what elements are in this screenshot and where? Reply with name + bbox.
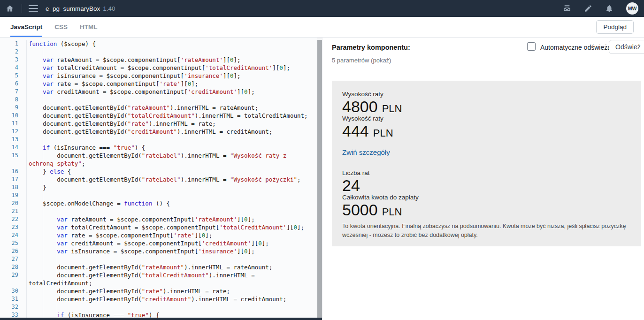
indent-guide	[43, 183, 43, 191]
tab-css[interactable]: CSS	[54, 17, 68, 37]
code-row: 29 document.getElementById("totalCreditA…	[0, 271, 317, 279]
indent-guide	[43, 48, 43, 56]
amount-value: 24	[342, 176, 360, 194]
indent-guide	[43, 295, 43, 303]
user-avatar[interactable]: MW	[626, 2, 638, 15]
code-line: var rateAmount = $scope.componentInput['…	[27, 56, 317, 64]
code-line: if (isInsurance === "true") {	[27, 144, 317, 152]
code-line	[27, 207, 317, 215]
line-number: 30	[0, 287, 27, 295]
code-row: 6 var rate = $scope.componentInput['rate…	[0, 80, 317, 88]
notifications-bell-icon[interactable]	[605, 4, 613, 13]
menu-icon[interactable]	[29, 5, 38, 12]
indent-guide	[57, 152, 57, 160]
code-row: 5 var isInsurance = $scope.componentInpu…	[0, 72, 317, 80]
code-row: 10 document.getElementById("totalCreditA…	[0, 112, 317, 120]
line-number: 24	[0, 231, 27, 239]
code-row: 17 document.getElementById("rateLabel").…	[0, 175, 317, 183]
editor-bottom-strip	[0, 318, 322, 320]
refresh-button[interactable]: Odśwież	[609, 40, 644, 54]
line-number: 32	[0, 303, 27, 311]
topbar-divider	[22, 4, 22, 13]
code-line: }	[27, 183, 317, 191]
indent-guide	[57, 255, 57, 263]
code-row: 27	[0, 255, 317, 263]
indent-guide	[43, 88, 43, 96]
params-title: Parametry komponentu:	[332, 44, 410, 51]
indent-guide	[43, 112, 43, 120]
edit-pencil-icon[interactable]	[584, 4, 592, 13]
code-line: function ($scope) {	[27, 40, 317, 48]
preview-button[interactable]: Podgląd	[596, 20, 634, 34]
line-number	[0, 279, 27, 287]
home-icon[interactable]	[6, 4, 14, 13]
code-row: 1function ($scope) {	[0, 40, 317, 48]
amount-row: 24	[342, 177, 630, 194]
auto-refresh-checkbox[interactable]	[527, 42, 536, 51]
code-row: 7 var creditAmount = $scope.componentInp…	[0, 88, 317, 96]
line-number: 1	[0, 40, 27, 48]
code-line: var creditAmount = $scope.componentInput…	[27, 239, 317, 247]
code-line: var rate = $scope.componentInput['rate']…	[27, 80, 317, 88]
app-title: e_pg_summaryBox1.40	[46, 5, 115, 12]
line-number: 15	[0, 152, 27, 160]
preview-card: Wysokość raty4800PLNWysokość raty444PLNZ…	[332, 81, 641, 246]
indent-guide	[57, 287, 57, 295]
indent-guide	[43, 175, 43, 183]
amount-unit: PLN	[373, 127, 393, 139]
inbox-tray-icon[interactable]	[563, 4, 571, 13]
indent-guide	[57, 215, 57, 223]
code-line	[27, 96, 317, 104]
code-row: 4 var totalCreditAmount = $scope.compone…	[0, 64, 317, 72]
indent-guide	[57, 239, 57, 247]
code-line: var creditAmount = $scope.componentInput…	[27, 88, 317, 96]
scrollbar-thumb[interactable]	[317, 40, 322, 320]
params-show-toggle[interactable]: 5 parametrów (pokaż)	[332, 57, 391, 64]
amount-label: Wysokość raty	[342, 115, 630, 122]
amount-value: 5000	[342, 201, 378, 219]
code-row: 20 $scope.onModelChange = function () {	[0, 199, 317, 207]
line-number: 25	[0, 239, 27, 247]
collapse-details-link[interactable]: Zwiń szczegóły	[342, 148, 630, 156]
code-row: totalCreditAmount;	[0, 279, 317, 287]
code-row: 30 document.getElementById("rate").inner…	[0, 287, 317, 295]
indent-guide	[43, 104, 43, 112]
code-line: ochroną spłaty";	[27, 160, 317, 168]
indent-guide	[43, 271, 43, 279]
editor-scrollbar[interactable]	[317, 38, 322, 320]
code-row: 24 var rate = $scope.componentInput['rat…	[0, 231, 317, 239]
code-line: document.getElementById("rateLabel").inn…	[27, 175, 317, 183]
code-line: document.getElementById("totalCreditAmou…	[27, 271, 317, 279]
code-row: 9 document.getElementById("rateAmount").…	[0, 104, 317, 112]
code-row: 32	[0, 303, 317, 311]
amount-row: 444PLN	[342, 122, 630, 139]
line-number: 7	[0, 88, 27, 96]
line-number: 14	[0, 144, 27, 152]
component-preview-panel: Parametry komponentu: 5 parametrów (poka…	[322, 38, 644, 320]
code-line	[27, 191, 317, 199]
code-line: document.getElementById("rateAmount").in…	[27, 104, 317, 112]
indent-guide	[43, 96, 43, 104]
line-number: 28	[0, 263, 27, 271]
code-line: document.getElementById("creditAmount").…	[27, 128, 317, 136]
code-line: var totalCreditAmount = $scope.component…	[27, 223, 317, 231]
line-number: 16	[0, 168, 27, 175]
tab-html[interactable]: HTML	[80, 17, 98, 37]
indent-guide	[43, 72, 43, 80]
code-line: var totalCreditAmount = $scope.component…	[27, 64, 317, 72]
code-row: 19	[0, 191, 317, 199]
line-number: 9	[0, 104, 27, 112]
line-number: 29	[0, 271, 27, 279]
code-line: document.getElementById("rate").innerHTM…	[27, 120, 317, 128]
indent-guide	[43, 120, 43, 128]
tab-javascript[interactable]: JavaScript	[10, 17, 42, 37]
code-line: } else {	[27, 168, 317, 175]
indent-guide	[43, 144, 43, 152]
line-number: 18	[0, 183, 27, 191]
code-row: 25 var creditAmount = $scope.componentIn…	[0, 239, 317, 247]
code-row: 8	[0, 96, 317, 104]
code-editor[interactable]: 1function ($scope) {23 var rateAmount = …	[0, 38, 322, 320]
indent-guide	[43, 215, 43, 223]
code-row: 31 document.getElementById("creditAmount…	[0, 295, 317, 303]
line-number: 6	[0, 80, 27, 88]
